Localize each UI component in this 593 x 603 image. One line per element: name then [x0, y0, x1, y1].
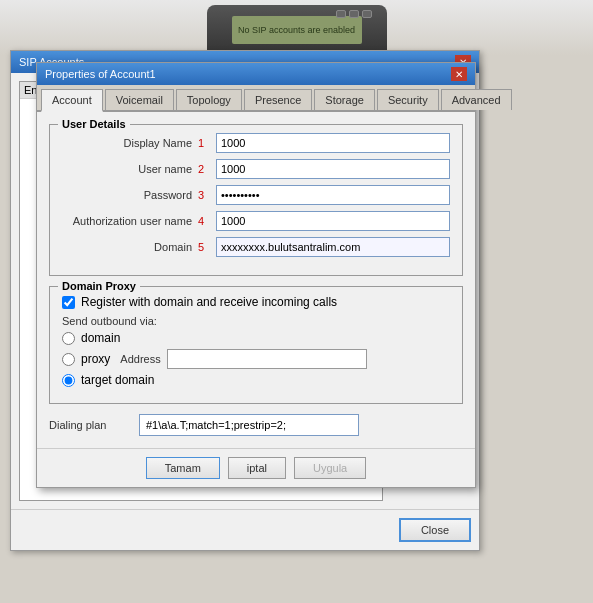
ok-button[interactable]: Tamam: [146, 457, 220, 479]
phone-buttons: [336, 10, 372, 18]
register-label: Register with domain and receive incomin…: [81, 295, 337, 309]
display-name-number: 1: [198, 137, 210, 149]
tab-topology[interactable]: Topology: [176, 89, 242, 110]
phone-device: No SIP accounts are enabled: [207, 5, 387, 55]
display-name-input[interactable]: [216, 133, 450, 153]
username-number: 2: [198, 163, 210, 175]
display-name-label: Display Name: [62, 137, 192, 149]
domain-proxy-section: Domain Proxy Register with domain and re…: [49, 286, 463, 404]
phone-btn-3: [362, 10, 372, 18]
domain-label: Domain: [62, 241, 192, 253]
register-checkbox[interactable]: [62, 296, 75, 309]
tabs-bar: Account Voicemail Topology Presence Stor…: [37, 85, 475, 112]
user-details-section: User Details Display Name 1 User name 2 …: [49, 124, 463, 276]
cancel-button[interactable]: iptal: [228, 457, 286, 479]
radio-domain-label: domain: [81, 331, 120, 345]
username-label: User name: [62, 163, 192, 175]
proxy-address-input[interactable]: [167, 349, 367, 369]
tab-voicemail[interactable]: Voicemail: [105, 89, 174, 110]
tab-account[interactable]: Account: [41, 89, 103, 112]
properties-dialog: Properties of Account1 ✕ Account Voicema…: [36, 62, 476, 488]
auth-username-input[interactable]: [216, 211, 450, 231]
password-row: Password 3: [62, 185, 450, 205]
radio-target-domain[interactable]: [62, 374, 75, 387]
radio-proxy-label: proxy: [81, 352, 110, 366]
tab-security[interactable]: Security: [377, 89, 439, 110]
properties-title: Properties of Account1: [45, 68, 156, 80]
domain-proxy-legend: Domain Proxy: [58, 280, 140, 292]
password-label: Password: [62, 189, 192, 201]
dialing-plan-label: Dialing plan: [49, 419, 129, 431]
username-row: User name 2: [62, 159, 450, 179]
properties-close-button[interactable]: ✕: [451, 67, 467, 81]
domain-input[interactable]: [216, 237, 450, 257]
radio-proxy-row: proxy Address: [62, 349, 450, 369]
tab-storage[interactable]: Storage: [314, 89, 375, 110]
send-outbound-label: Send outbound via:: [62, 315, 450, 327]
auth-username-label: Authorization user name: [62, 215, 192, 227]
radio-domain-row: domain: [62, 331, 450, 345]
phone-btn-2: [349, 10, 359, 18]
register-checkbox-row: Register with domain and receive incomin…: [62, 295, 450, 309]
tab-content: User Details Display Name 1 User name 2 …: [37, 112, 475, 448]
password-input[interactable]: [216, 185, 450, 205]
close-button[interactable]: Close: [399, 518, 471, 542]
display-name-row: Display Name 1: [62, 133, 450, 153]
dialing-plan-input[interactable]: [139, 414, 359, 436]
user-details-legend: User Details: [58, 118, 130, 130]
domain-number: 5: [198, 241, 210, 253]
apply-button[interactable]: Uygula: [294, 457, 366, 479]
tab-advanced[interactable]: Advanced: [441, 89, 512, 110]
dialing-plan-row: Dialing plan: [49, 414, 463, 436]
auth-username-number: 4: [198, 215, 210, 227]
tab-presence[interactable]: Presence: [244, 89, 312, 110]
address-label: Address: [120, 353, 160, 365]
radio-proxy[interactable]: [62, 353, 75, 366]
radio-domain[interactable]: [62, 332, 75, 345]
auth-username-row: Authorization user name 4: [62, 211, 450, 231]
radio-target-domain-row: target domain: [62, 373, 450, 387]
radio-group: domain proxy Address target domain: [62, 331, 450, 387]
properties-titlebar: Properties of Account1 ✕: [37, 63, 475, 85]
domain-row: Domain 5: [62, 237, 450, 257]
phone-screen: No SIP accounts are enabled: [232, 16, 362, 44]
sip-accounts-footer: Close: [11, 509, 479, 550]
password-number: 3: [198, 189, 210, 201]
phone-btn-1: [336, 10, 346, 18]
dialog-footer: Tamam iptal Uygula: [37, 448, 475, 487]
radio-target-domain-label: target domain: [81, 373, 154, 387]
username-input[interactable]: [216, 159, 450, 179]
phone-area: No SIP accounts are enabled: [0, 0, 593, 55]
